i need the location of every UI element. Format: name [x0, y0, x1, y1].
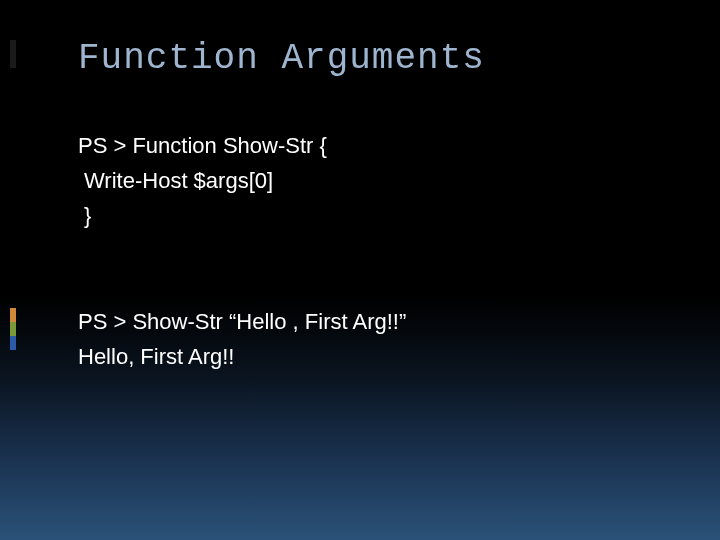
top-accent-bars — [10, 40, 16, 68]
code-line-5: Hello, First Arg!! — [78, 339, 406, 374]
spacer — [78, 234, 406, 304]
code-line-3: } — [78, 198, 406, 233]
accent-bar-blue — [10, 336, 16, 350]
slide-content: PS > Function Show-Str { Write-Host $arg… — [78, 128, 406, 374]
accent-bar-dark — [10, 54, 16, 68]
accent-bar-green — [10, 322, 16, 336]
accent-bar-orange — [10, 308, 16, 322]
accent-bar-dark — [10, 40, 16, 54]
code-line-2: Write-Host $args[0] — [78, 163, 406, 198]
code-line-1: PS > Function Show-Str { — [78, 128, 406, 163]
slide-title: Function Arguments — [78, 38, 485, 79]
code-line-4: PS > Show-Str “Hello , First Arg!!” — [78, 304, 406, 339]
side-accent-bars — [10, 308, 16, 350]
